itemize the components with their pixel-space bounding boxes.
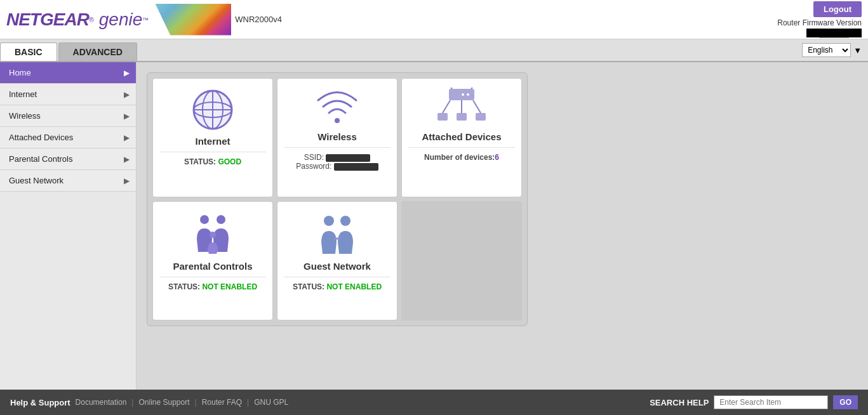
- parental-status-value: NOT ENABLED: [202, 282, 257, 291]
- sidebar-item-home[interactable]: Home ▶: [0, 62, 136, 84]
- svg-line-12: [443, 100, 450, 113]
- language-select[interactable]: English Español Français Deutsch: [802, 43, 851, 57]
- main-layout: Home ▶ Internet ▶ Wireless ▶ Attached De…: [0, 62, 868, 390]
- sidebar-arrow-attached-devices: ▶: [124, 133, 130, 142]
- tab-basic[interactable]: BASIC: [0, 43, 57, 61]
- attached-devices-card-status: Number of devices:6: [424, 153, 499, 162]
- router-faq-link[interactable]: Router FAQ: [202, 398, 242, 407]
- svg-line-14: [473, 100, 481, 113]
- svg-point-8: [462, 93, 464, 96]
- help-support-label: Help & Support: [10, 398, 70, 407]
- attached-devices-icon: [436, 88, 487, 128]
- wireless-card[interactable]: Wireless SSID: Password:: [277, 78, 397, 197]
- parental-controls-icon: [190, 211, 235, 257]
- logo-reg: ®: [89, 15, 94, 23]
- guest-network-card-divider: [284, 277, 391, 277]
- sidebar-label-parental-controls: Parental Controls: [9, 154, 72, 164]
- logo-genie-text: genie: [94, 10, 142, 29]
- svg-point-21: [324, 216, 334, 226]
- search-input[interactable]: [714, 395, 828, 409]
- wireless-card-divider: [284, 147, 391, 148]
- parental-status-label: STATUS:: [168, 282, 200, 291]
- devices-count-label: Number of devices:: [424, 153, 495, 162]
- header: NETGEAR® genie™ WNR2000v4 Logout Router …: [0, 0, 868, 39]
- internet-card[interactable]: Internet STATUS: GOOD: [152, 78, 273, 197]
- guest-network-icon: [315, 211, 359, 257]
- password-value-redacted: [334, 163, 378, 171]
- svg-point-22: [340, 216, 351, 226]
- firmware-label: Router Firmware Version: [777, 18, 862, 27]
- parental-controls-card-status: STATUS: NOT ENABLED: [168, 282, 257, 291]
- svg-line-11: [449, 88, 452, 89]
- sidebar-arrow-home: ▶: [124, 69, 130, 77]
- svg-rect-16: [457, 113, 467, 121]
- logo-netgear-text: NETGEAR: [6, 10, 89, 29]
- internet-status-value: GOOD: [218, 157, 241, 166]
- footer: Help & Support Documentation | Online Su…: [0, 390, 868, 415]
- logo-banner: [155, 4, 231, 36]
- attached-devices-card-divider: [408, 147, 515, 148]
- sidebar-arrow-internet: ▶: [124, 90, 130, 99]
- ssid-label: SSID:: [304, 153, 324, 162]
- guest-network-card-status: STATUS: NOT ENABLED: [293, 282, 382, 291]
- svg-line-10: [471, 88, 474, 89]
- sidebar-item-attached-devices[interactable]: Attached Devices ▶: [0, 127, 136, 148]
- gnu-gpl-link[interactable]: GNU GPL: [254, 398, 288, 407]
- dropdown-icon: ▼: [853, 46, 862, 55]
- internet-card-title: Internet: [195, 136, 230, 147]
- logout-button[interactable]: Logout: [813, 1, 862, 17]
- guest-status-label: STATUS:: [293, 282, 324, 291]
- internet-status-label: STATUS:: [184, 157, 216, 166]
- svg-point-6: [335, 118, 340, 123]
- content-area: Internet STATUS: GOOD Wireless: [137, 62, 868, 390]
- sidebar-item-parental-controls[interactable]: Parental Controls ▶: [0, 148, 136, 170]
- sidebar-arrow-parental-controls: ▶: [124, 155, 130, 164]
- svg-rect-15: [437, 113, 448, 121]
- search-help-label: SEARCH HELP: [650, 398, 709, 407]
- online-support-link[interactable]: Online Support: [138, 398, 189, 407]
- ssid-value-redacted: [326, 154, 370, 162]
- sidebar-item-wireless[interactable]: Wireless ▶: [0, 105, 136, 127]
- password-label: Password:: [296, 162, 331, 171]
- sidebar-item-internet[interactable]: Internet ▶: [0, 84, 136, 105]
- sidebar-label-wireless: Wireless: [9, 111, 41, 121]
- svg-rect-17: [476, 113, 486, 121]
- devices-count-value: 6: [495, 153, 499, 162]
- tabs: BASIC ADVANCED English Español Français …: [0, 39, 868, 62]
- logo-area: NETGEAR® genie™ WNR2000v4: [6, 4, 282, 36]
- footer-right: SEARCH HELP GO: [650, 395, 858, 409]
- parental-controls-card[interactable]: Parental Controls STATUS: NOT ENABLED: [152, 201, 273, 320]
- tab-advanced[interactable]: ADVANCED: [58, 43, 137, 61]
- search-go-button[interactable]: GO: [833, 395, 858, 409]
- sidebar-label-home: Home: [9, 68, 31, 77]
- sidebar-label-guest-network: Guest Network: [9, 176, 63, 185]
- guest-network-card-title: Guest Network: [304, 261, 371, 272]
- wireless-card-status: SSID: Password:: [296, 153, 378, 171]
- sidebar-item-guest-network[interactable]: Guest Network ▶: [0, 170, 136, 192]
- documentation-link[interactable]: Documentation: [76, 398, 127, 407]
- svg-point-19: [217, 215, 225, 224]
- header-right: Logout Router Firmware Version ██████: [777, 1, 862, 37]
- language-selector-area: English Español Français Deutsch ▼: [802, 43, 862, 57]
- svg-point-9: [467, 93, 469, 96]
- attached-devices-card[interactable]: Attached Devices Number of devices:6: [401, 78, 522, 197]
- svg-point-5: [194, 91, 232, 129]
- guest-network-card[interactable]: Guest Network STATUS: NOT ENABLED: [277, 201, 397, 320]
- internet-card-status: STATUS: GOOD: [184, 157, 241, 166]
- sidebar-label-internet: Internet: [9, 89, 37, 99]
- guest-status-value: NOT ENABLED: [326, 282, 382, 291]
- internet-icon: [190, 88, 235, 132]
- parental-controls-card-divider: [159, 277, 266, 277]
- empty-card: [401, 201, 522, 320]
- svg-point-20: [210, 232, 216, 238]
- netgear-logo: NETGEAR® genie™: [6, 10, 149, 30]
- wireless-icon: [315, 88, 359, 128]
- sidebar-label-attached-devices: Attached Devices: [9, 133, 73, 142]
- internet-card-divider: [159, 152, 266, 152]
- sidebar: Home ▶ Internet ▶ Wireless ▶ Attached De…: [0, 62, 137, 390]
- model-number: WNR2000v4: [235, 15, 282, 24]
- sidebar-arrow-wireless: ▶: [124, 112, 130, 121]
- sidebar-arrow-guest-network: ▶: [124, 176, 130, 185]
- wireless-card-title: Wireless: [317, 131, 357, 142]
- footer-left: Help & Support Documentation | Online Su…: [10, 398, 288, 407]
